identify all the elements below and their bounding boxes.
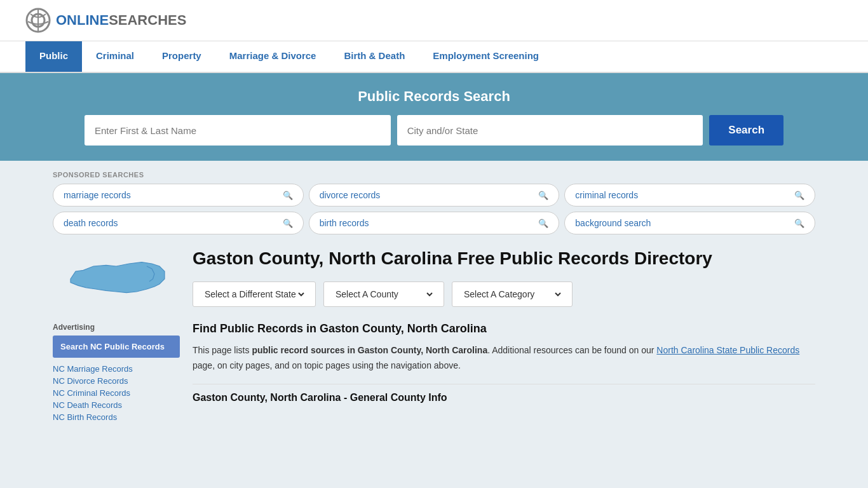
search-icon: 🔍 (794, 191, 804, 200)
nav-item-criminal[interactable]: Criminal (82, 41, 148, 72)
nav-item-employment[interactable]: Employment Screening (419, 41, 553, 72)
main-nav: Public Criminal Property Marriage & Divo… (0, 41, 868, 73)
nc-state-link[interactable]: North Carolina State Public Records (656, 345, 799, 355)
sponsored-pill-label: birth records (320, 218, 369, 228)
nav-item-property[interactable]: Property (148, 41, 215, 72)
sponsored-pill-label: background search (575, 218, 651, 228)
sponsored-pill-criminal[interactable]: criminal records 🔍 (564, 184, 815, 207)
state-select[interactable]: Select a Different State (202, 288, 306, 300)
sponsored-pill-death[interactable]: death records 🔍 (53, 212, 304, 234)
bold-text: public record sources in Gaston County, … (252, 345, 487, 355)
logo-text: ONLINE SEARCHES (56, 13, 186, 27)
sponsored-pill-background[interactable]: background search 🔍 (564, 212, 815, 234)
search-icon: 🔍 (283, 191, 293, 200)
nav-item-marriage-divorce[interactable]: Marriage & Divorce (215, 41, 330, 72)
site-logo[interactable]: ONLINE SEARCHES (25, 8, 186, 33)
sidebar-ad-label: Advertising (53, 323, 180, 332)
category-dropdown[interactable]: Select A Category (452, 281, 573, 307)
sidebar-ad-block[interactable]: Search NC Public Records (53, 336, 180, 358)
search-button[interactable]: Search (709, 115, 783, 146)
find-title: Find Public Records in Gaston County, No… (193, 322, 815, 336)
search-banner: Public Records Search Search (0, 73, 868, 161)
section-subtitle: Gaston County, North Carolina - General … (193, 392, 815, 403)
sponsored-pill-birth[interactable]: birth records 🔍 (309, 212, 560, 234)
sidebar-link-birth[interactable]: NC Birth Records (53, 412, 180, 422)
county-dropdown[interactable]: Select A County (323, 281, 444, 307)
section-divider (193, 384, 815, 384)
state-map (53, 247, 180, 313)
sponsored-label: SPONSORED SEARCHES (53, 171, 815, 179)
dropdowns-row: Select a Different State Select A County… (193, 281, 815, 307)
main-content: Gaston County, North Carolina Free Publi… (193, 247, 815, 422)
state-dropdown[interactable]: Select a Different State (193, 281, 316, 307)
content-layout: Advertising Search NC Public Records NC … (53, 247, 815, 422)
main-container: SPONSORED SEARCHES marriage records 🔍 di… (40, 161, 828, 432)
description-text: This page lists public record sources in… (193, 343, 815, 374)
search-icon: 🔍 (283, 219, 293, 228)
sponsored-pill-divorce[interactable]: divorce records 🔍 (309, 184, 560, 207)
nc-map-svg (65, 247, 167, 311)
search-icon: 🔍 (794, 219, 804, 228)
search-form: Search (85, 115, 783, 146)
sidebar: Advertising Search NC Public Records NC … (53, 247, 180, 422)
sidebar-links: NC Marriage Records NC Divorce Records N… (53, 364, 180, 422)
logo-searches: SEARCHES (109, 13, 186, 27)
sponsored-pill-marriage[interactable]: marriage records 🔍 (53, 184, 304, 207)
logo-online: ONLINE (56, 13, 109, 27)
sponsored-pill-label: divorce records (320, 190, 381, 200)
nav-item-birth-death[interactable]: Birth & Death (330, 41, 419, 72)
sidebar-link-divorce[interactable]: NC Divorce Records (53, 376, 180, 386)
search-icon: 🔍 (538, 219, 548, 228)
location-input[interactable] (397, 115, 703, 146)
sponsored-section: SPONSORED SEARCHES marriage records 🔍 di… (53, 171, 815, 234)
search-icon: 🔍 (538, 191, 548, 200)
county-select[interactable]: Select A County (333, 288, 435, 300)
sponsored-pill-label: criminal records (575, 190, 638, 200)
sponsored-grid: marriage records 🔍 divorce records 🔍 cri… (53, 184, 815, 234)
sponsored-pill-label: death records (64, 218, 118, 228)
sidebar-link-criminal[interactable]: NC Criminal Records (53, 388, 180, 398)
search-banner-title: Public Records Search (25, 88, 843, 105)
nav-item-public[interactable]: Public (25, 41, 82, 72)
category-select[interactable]: Select A Category (461, 288, 563, 300)
logo-icon (25, 8, 51, 33)
sidebar-link-death[interactable]: NC Death Records (53, 400, 180, 410)
page-title: Gaston County, North Carolina Free Publi… (193, 247, 815, 270)
name-input[interactable] (85, 115, 391, 146)
site-header: ONLINE SEARCHES (0, 0, 868, 41)
sidebar-link-marriage[interactable]: NC Marriage Records (53, 364, 180, 374)
sponsored-pill-label: marriage records (64, 190, 131, 200)
